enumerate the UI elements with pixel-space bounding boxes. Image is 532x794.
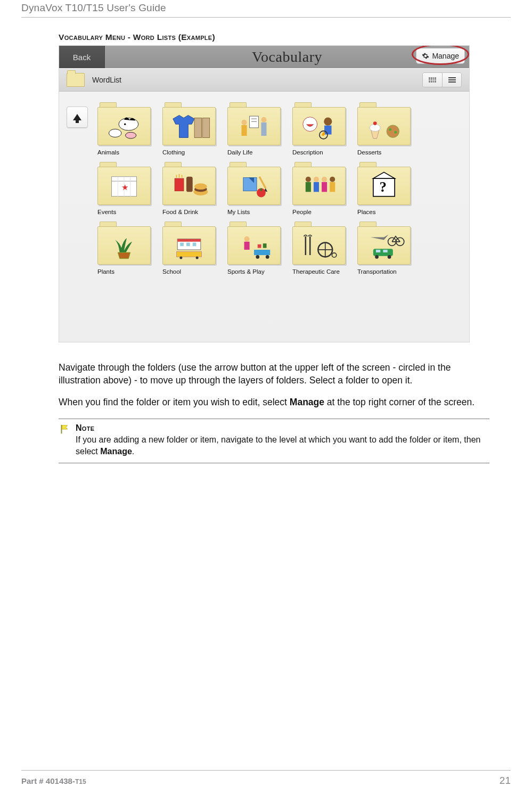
svg-point-81 <box>388 255 391 259</box>
section-heading: Vocabulary Menu - Word Lists (Example) <box>59 32 489 42</box>
breadcrumb-label: WordList <box>92 76 121 84</box>
folder-item[interactable]: Therapeutic Care <box>292 222 351 275</box>
folder-item[interactable]: Transportation <box>357 222 416 275</box>
svg-rect-28 <box>175 178 184 191</box>
folder-item[interactable]: Animals <box>97 102 156 155</box>
folder-label: Desserts <box>357 149 416 155</box>
svg-point-21 <box>394 130 397 133</box>
svg-point-3 <box>126 132 136 138</box>
list-view-button[interactable] <box>442 73 461 87</box>
note-body-bold: Manage <box>100 447 132 456</box>
folder-item[interactable]: Plants <box>97 222 156 275</box>
folder-label: Description <box>292 149 351 155</box>
svg-point-2 <box>109 129 121 137</box>
screenshot-body: AnimalsClothingDaily LifeDescriptionDess… <box>59 92 469 342</box>
folder-item[interactable]: People <box>292 162 351 215</box>
svg-point-19 <box>387 125 399 137</box>
folder-label: Transportation <box>357 268 416 275</box>
note-text: Note If you are adding a new folder or i… <box>76 422 489 457</box>
svg-point-11 <box>261 117 266 122</box>
running-header: DynaVox T10/T15 User's Guide <box>21 0 511 14</box>
screen-title: Vocabulary <box>105 48 469 66</box>
folder-item[interactable]: Clothing <box>162 102 221 155</box>
flag-icon <box>59 423 70 435</box>
svg-rect-36 <box>243 177 257 191</box>
svg-point-61 <box>244 236 250 241</box>
svg-point-20 <box>389 128 391 130</box>
svg-point-35 <box>194 183 207 190</box>
svg-point-14 <box>324 117 332 125</box>
page-number: 21 <box>500 775 511 787</box>
manage-button[interactable]: Manage <box>416 48 465 64</box>
svg-rect-6 <box>250 116 259 128</box>
folder-grid: AnimalsClothingDaily LifeDescriptionDess… <box>97 102 462 275</box>
footer-left: Part # 401438-T15 <box>21 776 86 785</box>
folder-label: Food & Drink <box>162 209 221 215</box>
folder-item[interactable]: Food & Drink <box>162 162 221 215</box>
gear-icon <box>422 52 429 60</box>
up-arrow-icon <box>73 114 81 120</box>
svg-point-46 <box>322 176 327 182</box>
svg-point-48 <box>330 176 335 182</box>
svg-text:?: ? <box>380 179 387 195</box>
svg-point-64 <box>256 255 259 259</box>
folder-label: My Lists <box>227 209 286 215</box>
list-icon <box>448 77 456 83</box>
svg-point-80 <box>375 255 379 259</box>
note-heading: Note <box>76 422 489 434</box>
svg-point-9 <box>241 119 247 125</box>
folder-label: School <box>162 268 221 275</box>
svg-point-44 <box>314 176 319 182</box>
svg-rect-5 <box>202 118 209 137</box>
folder-label: Plants <box>97 268 156 275</box>
svg-rect-47 <box>322 182 327 191</box>
folder-label: Daily Life <box>227 149 286 155</box>
footer-part-suffix: T15 <box>75 778 86 785</box>
folder-item[interactable]: ★Events <box>97 162 156 215</box>
paragraph-2-text-a: When you find the folder or item you wis… <box>59 397 290 407</box>
svg-point-59 <box>179 256 182 259</box>
svg-point-60 <box>196 256 199 259</box>
svg-rect-55 <box>180 242 184 246</box>
view-toggle <box>422 72 462 87</box>
folder-label: Events <box>97 209 156 215</box>
folder-item[interactable]: My Lists <box>227 162 286 215</box>
screenshot-vocabulary-menu: Back Vocabulary Manage WordList AnimalsC… <box>59 45 470 342</box>
svg-point-1 <box>124 123 126 125</box>
folder-label: Clothing <box>162 149 221 155</box>
back-button[interactable]: Back <box>59 46 105 68</box>
footer: Part # 401438-T15 21 <box>21 775 511 787</box>
svg-rect-78 <box>376 250 380 252</box>
folder-item[interactable]: Description <box>292 102 351 155</box>
breadcrumb-bar: WordList <box>59 68 469 92</box>
paragraph-2-text-b: at the top right corner of the screen. <box>324 397 474 407</box>
grid-view-button[interactable] <box>423 73 442 87</box>
svg-rect-10 <box>241 125 247 135</box>
folder-label: Animals <box>97 149 156 155</box>
up-folder-button[interactable] <box>67 107 88 128</box>
svg-rect-12 <box>261 122 266 135</box>
folder-item[interactable]: Daily Life <box>227 102 286 155</box>
svg-text:★: ★ <box>121 183 128 192</box>
svg-point-42 <box>306 176 311 182</box>
note-block: Note If you are adding a new folder or i… <box>59 419 489 463</box>
folder-item[interactable]: School <box>162 222 221 275</box>
svg-rect-45 <box>314 182 319 191</box>
svg-rect-54 <box>177 239 201 241</box>
folder-item[interactable]: Desserts <box>357 102 416 155</box>
folder-label: Therapeutic Care <box>292 268 351 275</box>
note-body-a: If you are adding a new folder or item, … <box>76 435 480 456</box>
folder-item[interactable]: Sports & Play <box>227 222 286 275</box>
svg-point-73 <box>332 252 336 257</box>
svg-rect-63 <box>254 250 270 255</box>
paragraph-2-bold: Manage <box>290 397 324 407</box>
folder-item[interactable]: ?Places <box>357 162 416 215</box>
note-body-b: . <box>132 447 134 456</box>
svg-point-17 <box>370 124 380 131</box>
paragraph-1: Navigate through the folders (use the ar… <box>59 362 489 387</box>
folder-label: Sports & Play <box>227 268 286 275</box>
svg-line-38 <box>259 176 266 188</box>
grid-icon <box>429 77 436 83</box>
svg-marker-51 <box>373 172 395 178</box>
svg-rect-66 <box>258 244 261 248</box>
